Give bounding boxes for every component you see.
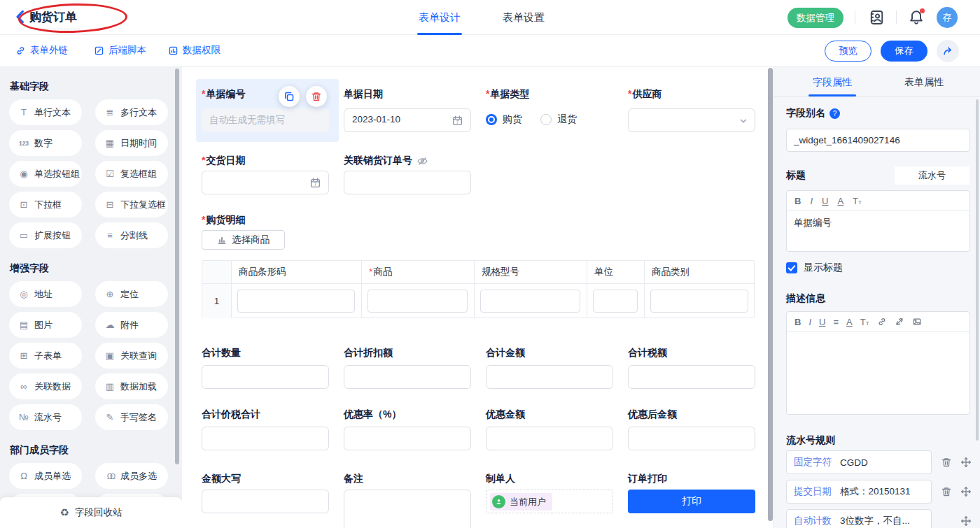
font-size-icon[interactable]: TT	[860, 317, 869, 327]
font-color-icon[interactable]: A	[846, 317, 853, 327]
total-amount-input[interactable]	[486, 365, 613, 389]
italic-icon[interactable]: I	[808, 317, 811, 327]
italic-icon[interactable]: I	[810, 197, 813, 206]
move-rule-icon[interactable]	[960, 457, 972, 468]
move-rule-icon[interactable]	[960, 515, 972, 527]
table-cell	[645, 283, 755, 318]
link-icon[interactable]	[877, 317, 887, 327]
field-item-link-data[interactable]: ∞关联数据	[9, 373, 82, 399]
user-avatar[interactable]: 存	[937, 7, 958, 28]
notification-bell-icon[interactable]	[908, 9, 925, 26]
total-discount-input[interactable]	[344, 365, 471, 389]
goods-input[interactable]	[368, 290, 468, 313]
tab-form-settings[interactable]: 表单设置	[503, 0, 545, 35]
move-rule-icon[interactable]	[960, 486, 972, 497]
underline-icon[interactable]: U	[822, 197, 828, 206]
share-button[interactable]	[937, 40, 959, 62]
after-discount-input[interactable]	[628, 427, 755, 450]
panel-scrollbar[interactable]	[976, 99, 979, 441]
font-color-icon[interactable]: A	[837, 197, 844, 206]
copy-field-button[interactable]	[279, 86, 300, 107]
bold-icon[interactable]: B	[794, 197, 801, 206]
canvas-scrollbar[interactable]	[768, 68, 773, 521]
align-icon[interactable]: ≡	[833, 317, 839, 327]
description-editor[interactable]: B I U ≡ A TT	[786, 311, 970, 415]
form-title[interactable]: 购货订单	[29, 9, 80, 29]
data-manage-button[interactable]: 数据管理	[788, 8, 844, 28]
field-item-subform[interactable]: ⊞子表单	[9, 343, 82, 369]
tab-form-design[interactable]: 表单设计	[419, 0, 461, 35]
total-with-tax-input[interactable]	[202, 427, 329, 450]
title-editor[interactable]: B I U A TT 单据编号	[786, 190, 970, 252]
preview-button[interactable]: 预览	[825, 41, 872, 62]
show-title-checkbox[interactable]: 显示标题	[786, 262, 843, 274]
bold-icon[interactable]: B	[794, 317, 801, 327]
field-item-member-multi[interactable]: ΩΩ成员多选	[95, 463, 168, 489]
unit-input[interactable]	[593, 290, 638, 313]
amount-words-input[interactable]	[202, 490, 329, 513]
field-item-address[interactable]: ◎地址	[9, 281, 82, 307]
underline-icon[interactable]: U	[819, 317, 825, 327]
field-item-location[interactable]: ⊕定位	[95, 281, 168, 307]
field-item-number[interactable]: 123数字	[9, 130, 82, 156]
field-item-extend-button[interactable]: ▭扩展按钮	[9, 222, 82, 248]
data-permission-link[interactable]: 数据权限	[168, 44, 220, 57]
delete-field-button[interactable]	[306, 86, 327, 107]
radio-return[interactable]: 退货	[540, 113, 577, 126]
spec-input[interactable]	[480, 290, 580, 313]
category-input[interactable]	[650, 290, 748, 313]
field-item-select[interactable]: ⊡下拉框	[9, 192, 82, 217]
field-item-single-text[interactable]: T单行文本	[9, 99, 82, 125]
field-item-radio-group[interactable]: ◉单选按钮组	[9, 161, 82, 187]
doc-date-input[interactable]: 2023-01-10 7	[344, 108, 471, 132]
delivery-date-input[interactable]: 7	[202, 171, 329, 194]
tab-form-properties[interactable]: 表单属性	[904, 67, 944, 97]
form-external-link[interactable]: 表单外链	[15, 44, 68, 57]
field-recycle-bin[interactable]: ♻字段回收站	[0, 497, 182, 528]
rule-submit-date[interactable]: 提交日期格式：20150131	[786, 480, 932, 504]
field-item-data-load[interactable]: ▥数据加载	[95, 373, 168, 399]
back-button[interactable]	[13, 9, 28, 26]
field-item-datetime[interactable]: ▦日期时间	[95, 130, 168, 156]
field-item-attachment[interactable]: ☁附件	[95, 312, 168, 338]
font-size-icon[interactable]: TT	[853, 197, 862, 206]
delete-rule-icon[interactable]	[941, 457, 952, 468]
field-item-signature[interactable]: ✎手写签名	[95, 404, 168, 430]
current-user-tag[interactable]: 当前用户	[490, 493, 552, 511]
barcode-input[interactable]	[237, 290, 355, 313]
print-button[interactable]: 打印	[628, 490, 755, 513]
field-item-lookup[interactable]: ▣关联查询	[95, 343, 168, 369]
field-item-divider[interactable]: ≡分割线	[95, 222, 168, 248]
insert-image-icon[interactable]	[912, 317, 922, 327]
description-editor-content[interactable]	[787, 332, 969, 414]
rule-fixed-chars[interactable]: 固定字符CGDD	[786, 450, 932, 474]
backend-script-link[interactable]: 后端脚本	[94, 44, 146, 57]
total-tax-input[interactable]	[628, 365, 755, 389]
field-type-tag[interactable]: 流水号	[895, 166, 969, 185]
select-goods-button[interactable]: 选择商品	[202, 230, 285, 250]
contact-book-icon[interactable]	[868, 9, 885, 26]
doc-no-input[interactable]: 自动生成无需填写	[202, 108, 329, 132]
supplier-select[interactable]	[628, 108, 755, 132]
rule-auto-count[interactable]: 自动计数3位数字，不自...	[786, 509, 932, 528]
field-item-checkbox-group[interactable]: ☑复选框组	[95, 161, 168, 187]
discount-rate-input[interactable]	[344, 427, 471, 450]
discount-amount-input[interactable]	[486, 427, 613, 450]
radio-purchase[interactable]: 购货	[486, 113, 522, 126]
unlink-icon[interactable]	[895, 317, 904, 327]
total-qty-input[interactable]	[202, 365, 329, 389]
alias-input[interactable]: _widget_1661409027146	[786, 129, 970, 152]
title-editor-content[interactable]: 单据编号	[787, 211, 969, 251]
related-order-input[interactable]	[344, 171, 471, 194]
field-item-serial[interactable]: №流水号	[9, 404, 82, 430]
save-button[interactable]: 保存	[881, 41, 927, 62]
remark-textarea[interactable]	[344, 490, 471, 528]
field-item-multi-text[interactable]: ≣多行文本	[95, 99, 168, 125]
tab-field-properties[interactable]: 字段属性	[813, 67, 852, 97]
sidebar-scrollbar[interactable]	[175, 69, 179, 464]
field-item-multi-select[interactable]: ⊟下拉复选框	[95, 192, 168, 217]
help-icon[interactable]: ?	[830, 108, 840, 119]
delete-rule-icon[interactable]	[941, 486, 952, 497]
field-item-member-single[interactable]: Ω成员单选	[9, 463, 82, 489]
field-item-image[interactable]: ▤图片	[9, 312, 82, 338]
